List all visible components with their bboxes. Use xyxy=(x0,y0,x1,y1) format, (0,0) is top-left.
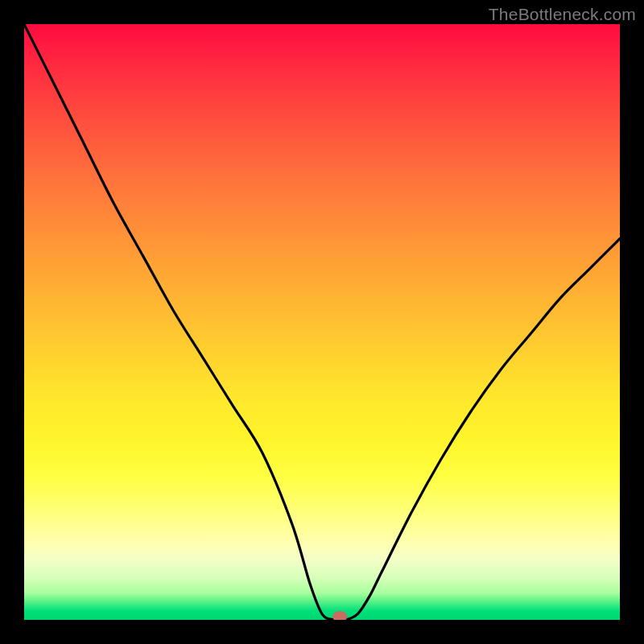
optimal-marker xyxy=(332,611,347,620)
bottleneck-curve xyxy=(24,24,620,620)
watermark-text: TheBottleneck.com xyxy=(489,5,636,24)
chart-svg xyxy=(24,24,620,620)
chart-plot-area xyxy=(24,24,620,620)
